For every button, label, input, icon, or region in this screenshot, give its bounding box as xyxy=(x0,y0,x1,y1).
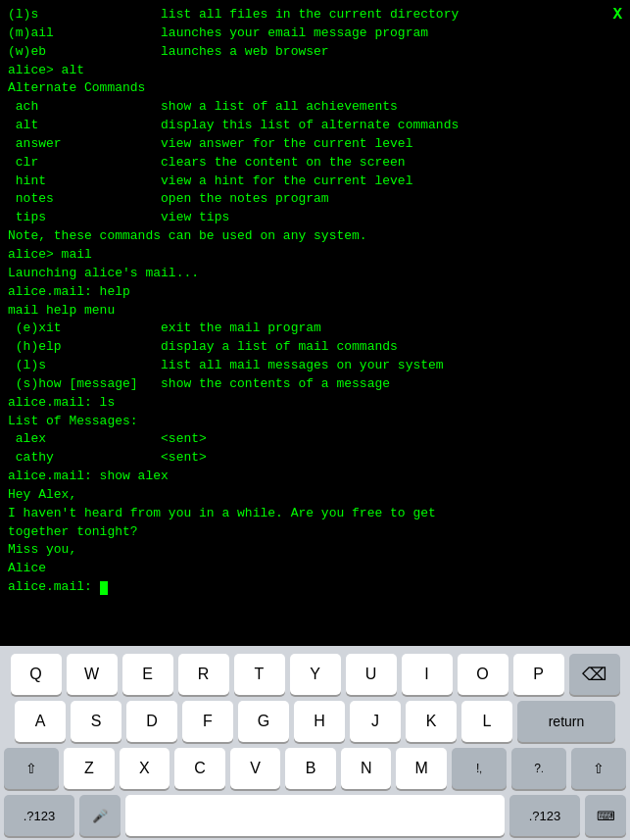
terminal-line: together tonight? xyxy=(8,523,622,542)
terminal-line: alice> mail xyxy=(8,246,622,265)
terminal-line: Alice xyxy=(8,560,622,578)
terminal-line: (h)elp display a list of mail commands xyxy=(8,338,622,357)
terminal-line: Alternate Commands xyxy=(8,79,622,98)
shift-right-key[interactable]: ⇧ xyxy=(571,748,626,789)
terminal-line: (l)s list all mail messages on your syst… xyxy=(8,357,622,375)
key-Q[interactable]: Q xyxy=(11,654,62,695)
key-question-period[interactable]: ?. xyxy=(511,748,566,789)
keyboard-row-1: Q W E R T Y U I O P ⌫ xyxy=(4,654,626,695)
key-E[interactable]: E xyxy=(122,654,173,695)
terminal-line: alice> alt xyxy=(8,62,622,80)
key-W[interactable]: W xyxy=(67,654,118,695)
terminal-line: Hey Alex, xyxy=(8,486,622,505)
key-V[interactable]: V xyxy=(230,748,281,789)
terminal-line: alice.mail: ls xyxy=(8,394,622,413)
terminal-line: ach show a list of all achievements xyxy=(8,98,622,117)
terminal-line: cathy <sent> xyxy=(8,449,622,468)
key-Z[interactable]: Z xyxy=(64,748,115,789)
terminal-content: (l)s list all files in the current direc… xyxy=(8,6,622,597)
terminal-line: alice.mail: show alex xyxy=(8,468,622,486)
key-T[interactable]: T xyxy=(234,654,285,695)
mic-key[interactable]: 🎤 xyxy=(79,795,121,836)
keyboard: Q W E R T Y U I O P ⌫ A S D F G H J K L … xyxy=(0,646,630,840)
terminal-line: (w)eb launches a web browser xyxy=(8,43,622,62)
keyboard-row-3: ⇧ Z X C V B N M !, ?. ⇧ xyxy=(4,748,626,789)
terminal-line: List of Messages: xyxy=(8,413,622,431)
terminal-line: (e)xit exit the mail program xyxy=(8,320,622,338)
numbers-key-right[interactable]: .?123 xyxy=(509,795,580,836)
terminal-line: alt display this list of alternate comma… xyxy=(8,117,622,135)
terminal-line: (s)how [message] show the contents of a … xyxy=(8,375,622,394)
close-button[interactable]: X xyxy=(612,4,622,26)
terminal-line: tips view tips xyxy=(8,209,622,227)
key-H[interactable]: H xyxy=(294,701,345,742)
key-L[interactable]: L xyxy=(461,701,512,742)
terminal-line: (m)ail launches your email message progr… xyxy=(8,25,622,43)
key-S[interactable]: S xyxy=(71,701,121,742)
key-J[interactable]: J xyxy=(350,701,401,742)
terminal-line: notes open the notes program xyxy=(8,190,622,209)
key-U[interactable]: U xyxy=(346,654,397,695)
terminal: X (l)s list all files in the current dir… xyxy=(0,0,630,646)
key-G[interactable]: G xyxy=(238,701,289,742)
key-N[interactable]: N xyxy=(341,748,392,789)
terminal-line: alex <sent> xyxy=(8,430,622,449)
key-B[interactable]: B xyxy=(285,748,336,789)
terminal-line: mail help menu xyxy=(8,302,622,321)
terminal-line: hint view a hint for the current level xyxy=(8,173,622,191)
terminal-line: alice.mail: help xyxy=(8,283,622,302)
key-Y[interactable]: Y xyxy=(290,654,341,695)
key-P[interactable]: P xyxy=(513,654,564,695)
key-X[interactable]: X xyxy=(120,748,170,789)
key-K[interactable]: K xyxy=(406,701,457,742)
space-key[interactable] xyxy=(125,795,505,836)
key-M[interactable]: M xyxy=(396,748,447,789)
key-O[interactable]: O xyxy=(458,654,509,695)
terminal-line: I haven't heard from you in a while. Are… xyxy=(8,505,622,523)
key-R[interactable]: R xyxy=(178,654,229,695)
terminal-prompt-line: alice.mail: xyxy=(8,578,622,597)
key-C[interactable]: C xyxy=(174,748,225,789)
keyboard-row-2: A S D F G H J K L return xyxy=(4,701,626,742)
key-exclaim-comma[interactable]: !, xyxy=(452,748,507,789)
shift-left-key[interactable]: ⇧ xyxy=(4,748,59,789)
backspace-key[interactable]: ⌫ xyxy=(569,654,620,695)
terminal-line: Miss you, xyxy=(8,541,622,560)
key-A[interactable]: A xyxy=(15,701,66,742)
terminal-line: Launching alice's mail... xyxy=(8,265,622,283)
key-D[interactable]: D xyxy=(126,701,177,742)
terminal-cursor xyxy=(100,581,108,595)
terminal-line: answer view answer for the current level xyxy=(8,135,622,154)
return-key[interactable]: return xyxy=(517,701,615,742)
terminal-line: clr clears the content on the screen xyxy=(8,154,622,173)
numbers-key-left[interactable]: .?123 xyxy=(4,795,74,836)
terminal-line: (l)s list all files in the current direc… xyxy=(8,6,622,25)
keyboard-row-4: .?123 🎤 .?123 ⌨ xyxy=(4,795,626,836)
emoji-key[interactable]: ⌨ xyxy=(585,795,626,836)
key-I[interactable]: I xyxy=(402,654,453,695)
key-F[interactable]: F xyxy=(182,701,233,742)
terminal-line: Note, these commands can be used on any … xyxy=(8,227,622,246)
